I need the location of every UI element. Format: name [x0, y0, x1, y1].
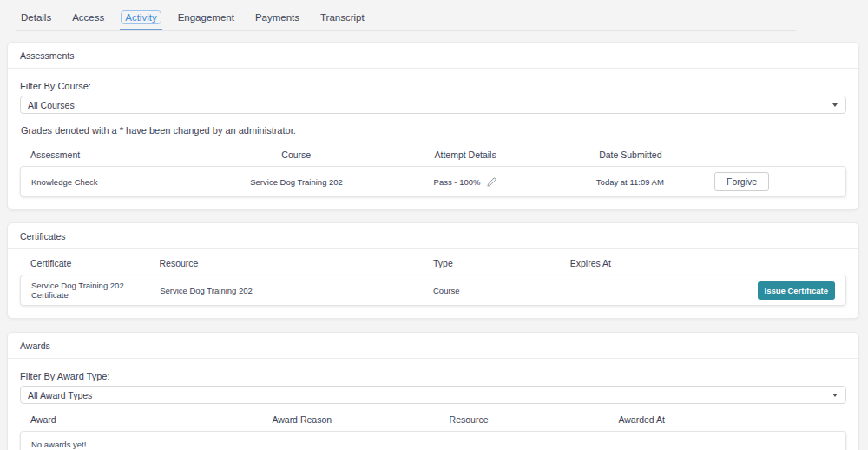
col-expires-at: Expires At	[570, 258, 715, 268]
course-filter-label: Filter By Course:	[20, 81, 846, 91]
tab-payments[interactable]: Payments	[253, 10, 301, 30]
col-award-resource: Resource	[450, 414, 619, 425]
assessment-row: Knowledge Check Service Dog Training 202…	[20, 166, 846, 197]
col-award: Award	[30, 414, 272, 425]
certificates-card: Certificates Certificate Resource Type E…	[7, 222, 859, 319]
awards-card-title: Awards	[8, 333, 858, 359]
tab-activity-label: Activity	[121, 10, 161, 24]
certificates-card-title: Certificates	[8, 223, 858, 249]
col-resource: Resource	[159, 258, 433, 268]
award-type-filter-select[interactable]: All Award Types	[20, 386, 846, 404]
certificate-type: Course	[433, 286, 569, 295]
caret-down-icon	[832, 394, 838, 397]
award-type-filter-label: Filter By Award Type:	[20, 371, 846, 381]
forgive-button[interactable]: Forgive	[714, 172, 769, 191]
awards-card: Awards Filter By Award Type: All Award T…	[7, 332, 859, 450]
awards-empty-row: No awards yet!	[20, 431, 846, 450]
course-filter-select[interactable]: All Courses	[20, 96, 846, 114]
awards-table-header: Award Award Reason Resource Awarded At	[20, 407, 846, 431]
attempt-result: Pass - 100%	[434, 177, 481, 187]
grades-note: Grades denoted with a * have been change…	[21, 125, 846, 136]
col-assessment: Assessment	[30, 149, 207, 160]
col-awarded-at: Awarded At	[618, 414, 836, 425]
assessment-course: Service Dog Training 202	[250, 177, 343, 187]
award-type-filter-value: All Award Types	[28, 390, 92, 400]
assessment-name: Knowledge Check	[31, 177, 208, 187]
certificates-table-header: Certificate Resource Type Expires At	[20, 251, 846, 275]
edit-pencil-icon[interactable]	[487, 177, 496, 187]
col-attempt-details: Attempt Details	[435, 149, 496, 160]
col-type: Type	[433, 258, 570, 268]
certificate-resource: Service Dog Training 202	[160, 286, 433, 295]
tab-engagement[interactable]: Engagement	[176, 10, 236, 30]
col-certificate: Certificate	[30, 258, 159, 268]
tab-transcript[interactable]: Transcript	[319, 10, 366, 30]
issue-certificate-button[interactable]: Issue Certificate	[758, 281, 835, 300]
col-course: Course	[281, 149, 311, 160]
assessment-date: Today at 11:09 AM	[596, 177, 664, 187]
tab-details[interactable]: Details	[19, 10, 53, 30]
tab-bar-divider	[16, 30, 796, 31]
awards-empty-text: No awards yet!	[31, 440, 86, 449]
assessments-card: Assessments Filter By Course: All Course…	[7, 42, 859, 210]
col-date-submitted: Date Submitted	[599, 149, 661, 160]
tab-bar: Details Access Activity Engagement Payme…	[0, 0, 868, 30]
certificate-name: Service Dog Training 202 Certificate	[31, 281, 160, 300]
course-filter-value: All Courses	[28, 100, 75, 110]
caret-down-icon	[832, 103, 838, 107]
assessments-table-header: Assessment Course Attempt Details Date S…	[20, 142, 846, 166]
tab-activity[interactable]: Activity	[123, 10, 158, 30]
col-award-reason: Award Reason	[272, 414, 449, 425]
certificate-row: Service Dog Training 202 Certificate Ser…	[20, 275, 846, 306]
assessments-card-title: Assessments	[8, 43, 858, 69]
tab-access[interactable]: Access	[70, 10, 106, 30]
